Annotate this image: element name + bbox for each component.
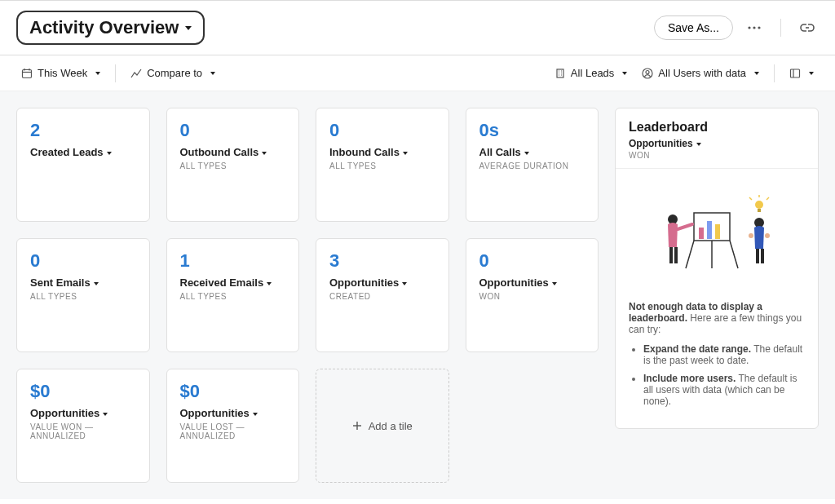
tile-metric-selector[interactable]: Opportunities xyxy=(180,407,286,419)
svg-line-24 xyxy=(686,241,694,268)
svg-point-0 xyxy=(748,26,750,29)
svg-rect-37 xyxy=(758,209,761,212)
chevron-down-icon xyxy=(524,152,529,155)
tile-metric-selector[interactable]: All Calls xyxy=(479,146,585,158)
link-icon xyxy=(800,24,815,32)
tile-subtitle: WON xyxy=(479,292,585,301)
user-icon xyxy=(642,68,653,79)
chevron-down-icon xyxy=(402,282,407,285)
divider xyxy=(115,64,116,82)
chevron-down-icon xyxy=(403,152,408,155)
svg-line-39 xyxy=(767,197,769,200)
svg-rect-28 xyxy=(669,247,673,263)
page-title: Activity Overview xyxy=(29,17,179,38)
svg-rect-3 xyxy=(23,69,32,77)
chevron-down-icon xyxy=(185,26,192,30)
tile-metric-selector[interactable]: Inbound Calls xyxy=(329,146,435,158)
svg-point-2 xyxy=(758,26,760,29)
tile-opportunities-created[interactable]: 3 Opportunities CREATED xyxy=(316,238,449,352)
more-menu-button[interactable] xyxy=(743,16,766,39)
calendar-icon xyxy=(21,68,33,79)
leaderboard-title: Leaderboard xyxy=(629,120,805,135)
svg-point-36 xyxy=(755,201,763,209)
tile-value: $0 xyxy=(180,381,286,402)
svg-line-30 xyxy=(678,224,692,229)
tile-opportunities-won[interactable]: 0 Opportunities WON xyxy=(466,238,599,352)
svg-rect-23 xyxy=(715,224,720,239)
chevron-down-icon xyxy=(622,72,627,75)
chevron-down-icon xyxy=(262,152,267,155)
save-as-button[interactable]: Save As... xyxy=(654,15,733,40)
leaderboard-metric-selector[interactable]: Opportunities xyxy=(629,138,805,149)
users-filter[interactable]: All Users with data xyxy=(637,64,764,82)
svg-rect-33 xyxy=(761,249,764,263)
leaderboard-empty-message: Not enough data to display a leaderboard… xyxy=(629,301,805,335)
chevron-down-icon xyxy=(94,282,99,285)
compare-to-filter[interactable]: Compare to xyxy=(126,64,220,82)
tile-value: 0 xyxy=(30,250,136,272)
tile-received-emails[interactable]: 1 Received Emails ALL TYPES xyxy=(166,238,300,352)
tile-metric-selector[interactable]: Opportunities xyxy=(479,276,585,289)
tile-metric-selector[interactable]: Created Leads xyxy=(30,146,136,158)
svg-point-35 xyxy=(765,233,770,238)
tile-inbound-calls[interactable]: 0 Inbound Calls ALL TYPES xyxy=(316,108,449,222)
tile-metric-selector[interactable]: Opportunities xyxy=(30,407,136,419)
tile-opportunities-value-won[interactable]: $0 Opportunities VALUE WON — ANNUALIZED xyxy=(16,369,150,483)
tile-metric-selector[interactable]: Outbound Calls xyxy=(180,146,286,158)
chevron-down-icon xyxy=(552,282,557,285)
tile-subtitle: ALL TYPES xyxy=(180,161,286,170)
chevron-down-icon xyxy=(696,143,701,146)
svg-rect-16 xyxy=(791,69,800,77)
tile-metric-selector[interactable]: Received Emails xyxy=(180,276,286,289)
tile-created-leads[interactable]: 2 Created Leads xyxy=(16,108,150,222)
layout-icon xyxy=(789,68,801,79)
add-tile-label: Add a tile xyxy=(369,420,413,432)
svg-line-38 xyxy=(749,197,752,200)
chevron-down-icon xyxy=(754,72,759,75)
svg-line-25 xyxy=(730,241,738,268)
chevron-down-icon xyxy=(210,72,215,75)
add-tile-button[interactable]: Add a tile xyxy=(316,369,449,483)
svg-point-15 xyxy=(646,70,649,73)
tile-opportunities-value-lost[interactable]: $0 Opportunities VALUE LOST — ANNUALIZED xyxy=(166,369,300,483)
tile-metric-selector[interactable]: Sent Emails xyxy=(30,276,136,289)
tile-outbound-calls[interactable]: 0 Outbound Calls ALL TYPES xyxy=(166,108,300,222)
svg-rect-21 xyxy=(699,228,704,239)
leaderboard-tip: Expand the date range. The default is th… xyxy=(643,343,805,366)
tile-value: 0 xyxy=(479,250,585,272)
chevron-down-icon xyxy=(107,152,112,155)
plus-icon xyxy=(352,421,362,431)
tile-value: 3 xyxy=(329,250,435,272)
chart-icon xyxy=(130,68,142,79)
chevron-down-icon xyxy=(267,282,272,285)
chevron-down-icon xyxy=(103,413,108,416)
building-icon xyxy=(554,68,566,79)
layout-toggle[interactable] xyxy=(784,64,819,82)
tile-subtitle: CREATED xyxy=(329,292,435,301)
chevron-down-icon xyxy=(253,413,258,416)
tile-value: 1 xyxy=(180,250,286,272)
chevron-down-icon xyxy=(95,72,100,75)
tile-metric-selector[interactable]: Opportunities xyxy=(329,276,435,289)
users-filter-label: All Users with data xyxy=(658,67,746,79)
tile-subtitle: AVERAGE DURATION xyxy=(479,161,585,170)
tile-value: 0s xyxy=(479,120,585,141)
svg-point-1 xyxy=(753,26,755,29)
tile-subtitle: VALUE WON — ANNUALIZED xyxy=(30,422,136,440)
tile-subtitle: ALL TYPES xyxy=(30,292,136,301)
tile-all-calls-duration[interactable]: 0s All Calls AVERAGE DURATION xyxy=(466,108,599,222)
tile-value: $0 xyxy=(30,381,136,402)
leaderboard-metric-sub: WON xyxy=(629,151,805,160)
tile-sent-emails[interactable]: 0 Sent Emails ALL TYPES xyxy=(16,238,150,352)
tile-subtitle: ALL TYPES xyxy=(180,292,286,301)
svg-rect-22 xyxy=(707,221,712,239)
tile-value: 0 xyxy=(180,120,286,141)
dashboard-title-selector[interactable]: Activity Overview xyxy=(16,11,205,45)
svg-rect-7 xyxy=(557,69,563,77)
leads-filter[interactable]: All Leads xyxy=(550,64,632,82)
share-link-button[interactable] xyxy=(796,16,819,39)
tile-subtitle: VALUE LOST — ANNUALIZED xyxy=(180,422,286,440)
svg-point-34 xyxy=(749,233,753,238)
leaderboard-illustration xyxy=(629,183,805,301)
date-range-filter[interactable]: This Week xyxy=(16,64,105,82)
